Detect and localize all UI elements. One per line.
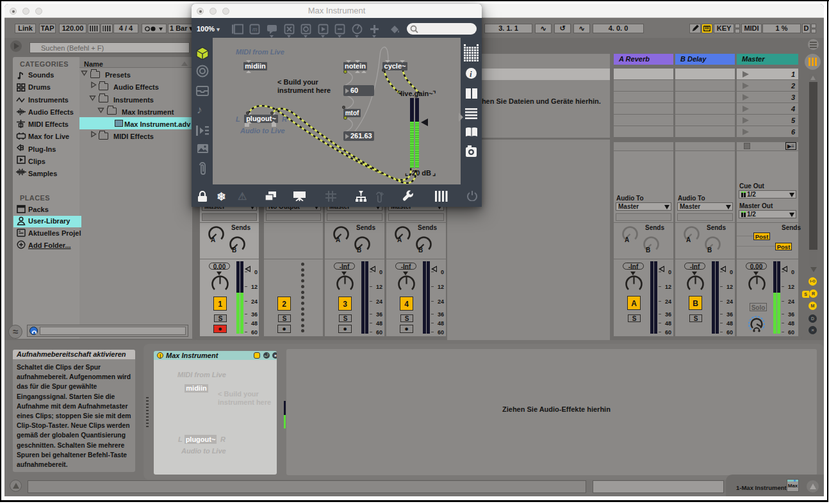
svg-text:i: i (470, 69, 472, 79)
svg-text:m: m (252, 26, 258, 33)
